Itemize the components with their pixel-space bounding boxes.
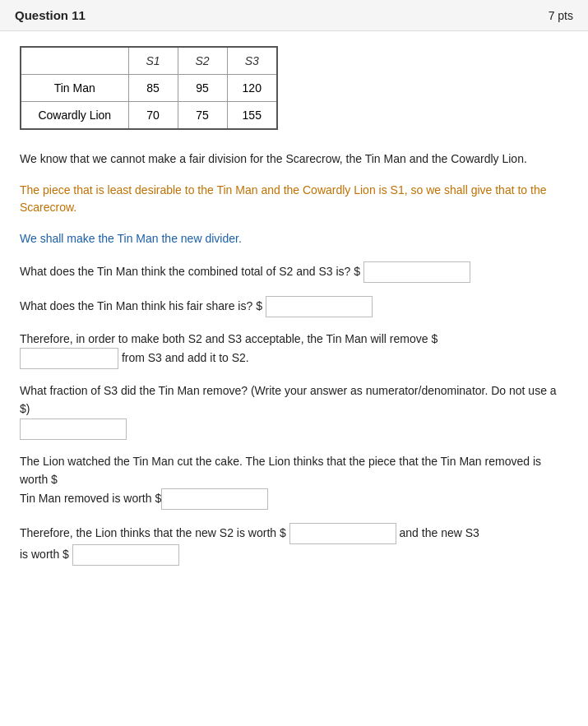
table-cell-lion-s3: 155 [227,102,276,129]
table-header-s2: S2 [178,48,227,75]
table-cell-tinman-s2: 95 [178,75,227,102]
input-s2s3-total[interactable] [363,261,470,283]
input-remove-amount[interactable] [20,348,118,369]
table-cell-tinman-s3: 120 [227,75,276,102]
input-lion-worth[interactable] [161,488,268,510]
input-new-s2[interactable] [289,523,396,544]
input-fair-share[interactable] [266,296,373,317]
table-cell-lion-s2: 75 [178,102,227,129]
paragraph-6: Therefore, in order to make both S2 and … [20,331,568,370]
paragraph-8: The Lion watched the Tin Man cut the cak… [20,453,568,510]
table-row-tinman-label: Tin Man [21,75,128,102]
table-header-s1: S1 [128,48,178,75]
table-cell-lion-s1: 70 [128,102,178,129]
table-header-s3: S3 [227,48,276,75]
data-table: S1 S2 S3 Tin Man 85 95 120 Cowardly Lion… [20,46,278,130]
question-title: Question 11 [15,8,86,22]
input-fraction[interactable] [20,418,127,440]
paragraph-2: The piece that is least desirable to the… [20,182,568,217]
table-header-empty [21,48,128,75]
table-row-lion-label: Cowardly Lion [21,102,128,129]
question-points: 7 pts [549,9,573,22]
paragraph-9: Therefore, the Lion thinks that the new … [20,523,568,566]
table-cell-tinman-s1: 85 [128,75,178,102]
paragraph-3: We shall make the Tin Man the new divide… [20,230,568,248]
paragraph-5: What does the Tin Man think his fair sha… [20,296,568,317]
paragraph-1: We know that we cannot make a fair divis… [20,150,568,169]
paragraph-7: What fraction of S3 did the Tin Man remo… [20,382,568,439]
paragraph-4: What does the Tin Man think the combined… [20,261,568,283]
input-new-s3[interactable] [72,544,179,566]
